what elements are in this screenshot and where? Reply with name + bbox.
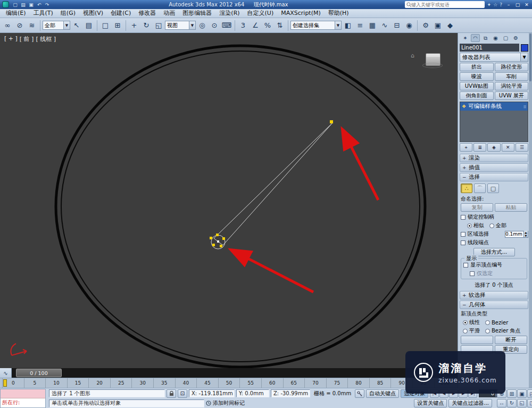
bezier-radio[interactable] — [485, 320, 490, 325]
menu-create[interactable]: 创建(C) — [107, 9, 135, 18]
angle-snap-icon[interactable]: ∠ — [250, 20, 261, 31]
mirror-icon[interactable]: ◧ — [342, 20, 354, 31]
smooth-radio-option[interactable]: 平滑 — [463, 327, 480, 335]
modifier-button-path-deform[interactable]: 路径变形 — [495, 63, 529, 71]
rollout-soft-selection[interactable]: + 软选择 — [460, 291, 528, 299]
unlink-selection-icon[interactable]: ⊘ — [14, 20, 26, 31]
menu-modifiers[interactable]: 修改器 — [135, 9, 160, 18]
material-editor-icon[interactable]: ◉ — [403, 20, 415, 31]
curve-editor-icon[interactable]: ∿ — [379, 20, 390, 31]
utilities-tab-icon[interactable]: ⚙ — [511, 34, 520, 42]
area-selection-checkbox[interactable] — [461, 232, 466, 237]
x-coordinate-field[interactable]: X: -119.181mm — [189, 389, 235, 397]
selection-filter-combo[interactable]: 全部 ▼ — [43, 21, 70, 30]
time-slider-bar[interactable]: 0 / 100 — [12, 368, 458, 378]
all-radio-option[interactable]: 全部 — [489, 222, 506, 229]
save-file-icon[interactable]: ▣ — [28, 2, 35, 7]
select-scale-icon[interactable]: ◱ — [153, 20, 164, 31]
add-time-tag[interactable]: 添加时间标记 — [213, 399, 245, 407]
linear-radio[interactable] — [463, 320, 468, 325]
bezier-corner-radio[interactable] — [485, 329, 490, 334]
modify-tab-icon[interactable]: ◠ — [471, 34, 480, 42]
zoom-extents-icon[interactable]: ▣ — [517, 389, 527, 398]
menu-maxscript[interactable]: MAXScript(M) — [277, 9, 325, 18]
display-tab-icon[interactable]: ▢ — [501, 34, 510, 42]
rendered-frame-icon[interactable]: ▣ — [432, 20, 444, 31]
menu-graph-editors[interactable]: 图形编辑器 — [179, 9, 215, 18]
rollout-interpolation[interactable]: + 插值 — [460, 163, 528, 172]
selected-only-checkbox[interactable] — [470, 271, 475, 276]
macro-recorder-pane[interactable] — [1, 389, 45, 398]
menu-rendering[interactable]: 渲染(R) — [215, 9, 243, 18]
selected-only-row[interactable]: 仅选定 — [470, 270, 526, 277]
maximize-viewport-icon[interactable]: ◳ — [527, 399, 532, 407]
align-icon[interactable]: ≡ — [354, 20, 366, 31]
rollout-geometry[interactable]: − 几何体 — [460, 301, 528, 309]
hierarchy-tab-icon[interactable]: ⧉ — [481, 34, 490, 42]
render-setup-icon[interactable]: ⚙ — [420, 20, 431, 31]
modifier-button-unwrap-uvw[interactable]: UVW 展开 — [495, 91, 529, 100]
spinner-arrows-icon[interactable]: ▲▼ — [523, 231, 528, 237]
absolute-offset-toggle[interactable]: ⊡ — [178, 389, 187, 398]
linear-radio-option[interactable]: 线性 — [463, 319, 480, 326]
snaps-toggle-icon[interactable]: 3 — [237, 20, 249, 31]
viewcube[interactable]: ⌂ — [417, 51, 440, 72]
viewport-canvas[interactable] — [0, 33, 458, 368]
keyboard-override-icon[interactable]: ⌨ — [221, 20, 232, 31]
select-by-button[interactable]: 选择方式... — [473, 248, 515, 256]
menu-help[interactable]: 帮助(H) — [325, 9, 353, 18]
spline-subobject-icon[interactable]: ▢ — [487, 184, 499, 193]
show-vertex-numbers-row[interactable]: 显示顶点编号 — [463, 261, 526, 269]
redo-icon[interactable]: ↷ — [44, 2, 51, 7]
field-of-view-icon[interactable]: ◱ — [517, 399, 527, 407]
percent-snap-icon[interactable]: % — [262, 20, 273, 31]
select-manipulate-icon[interactable]: ⊙ — [209, 20, 220, 31]
rollout-selection[interactable]: − 选择 — [460, 173, 528, 181]
select-object-icon[interactable]: ↖ — [71, 20, 82, 31]
timeline-position-marker[interactable] — [3, 379, 7, 387]
segment-end-checkbox[interactable] — [461, 240, 466, 245]
menu-edit[interactable]: 编辑(E) — [2, 9, 30, 18]
orbit-icon[interactable]: ↻ — [507, 399, 517, 407]
menu-group[interactable]: 组(G) — [57, 9, 79, 18]
vertex-subobject-icon[interactable]: ∴ — [461, 184, 472, 193]
area-threshold-field[interactable]: 0.1mm ▲▼ — [505, 231, 528, 238]
modifier-button-bevel-profile[interactable]: 倒角剖面 — [460, 91, 494, 100]
show-end-result-icon[interactable]: ≣ — [473, 143, 486, 152]
menu-views[interactable]: 视图(V) — [79, 9, 107, 18]
copy-button[interactable]: 复制 — [461, 203, 493, 212]
spinner-snap-icon[interactable]: ⇅ — [274, 20, 286, 31]
modifier-button-noise[interactable]: 噪波 — [460, 72, 494, 81]
viewport-shading-button[interactable]: [ 线框 ] — [36, 35, 56, 43]
window-crossing-icon[interactable]: ⊞ — [112, 20, 123, 31]
app-logo-icon[interactable] — [2, 1, 9, 8]
layer-manager-icon[interactable]: ▦ — [367, 20, 378, 31]
modifier-button-extrude[interactable]: 挤出 — [460, 63, 494, 71]
undo-icon[interactable]: ↶ — [36, 2, 43, 7]
lock-handles-checkbox[interactable] — [461, 215, 466, 220]
zoom-all-icon[interactable]: ⊞ — [507, 389, 517, 398]
viewcube-home-icon[interactable]: ⌂ — [411, 52, 414, 59]
timeline-ruler[interactable]: 0510152025303540455055606570758085909510… — [0, 378, 458, 388]
new-file-icon[interactable]: ▢ — [12, 2, 19, 7]
modifier-button-uvw-map[interactable]: UVW贴图 — [460, 82, 494, 90]
render-production-icon[interactable]: ◆ — [444, 20, 456, 31]
bind-to-space-warp-icon[interactable]: ≋ — [26, 20, 38, 31]
set-keys-button[interactable] — [355, 389, 364, 398]
schematic-view-icon[interactable]: ⊟ — [391, 20, 403, 31]
stack-item-editable-spline[interactable]: ❖ 可编辑样条线 ⁝⁝ — [460, 102, 528, 111]
search-input[interactable] — [411, 2, 483, 7]
use-pivot-center-icon[interactable]: ◎ — [196, 20, 208, 31]
y-coordinate-field[interactable]: Y: 0.0mm — [236, 389, 269, 397]
motion-tab-icon[interactable]: ◉ — [491, 34, 500, 42]
select-rotate-icon[interactable]: ↻ — [140, 20, 152, 31]
lock-handles-row[interactable]: 锁定控制柄 — [461, 213, 528, 221]
select-by-name-icon[interactable]: ▤ — [83, 20, 95, 31]
menu-customize[interactable]: 自定义(U) — [244, 9, 278, 18]
close-icon[interactable]: ✕ — [523, 2, 530, 7]
reference-coordinate-combo[interactable]: 视图 ▼ — [165, 21, 196, 30]
create-tab-icon[interactable]: ✶ — [461, 34, 470, 42]
object-color-swatch[interactable] — [521, 44, 528, 52]
front-viewport[interactable]: [ + ] [ 前 ] [ 线框 ] — [0, 33, 458, 368]
minimize-icon[interactable]: – — [505, 2, 512, 7]
